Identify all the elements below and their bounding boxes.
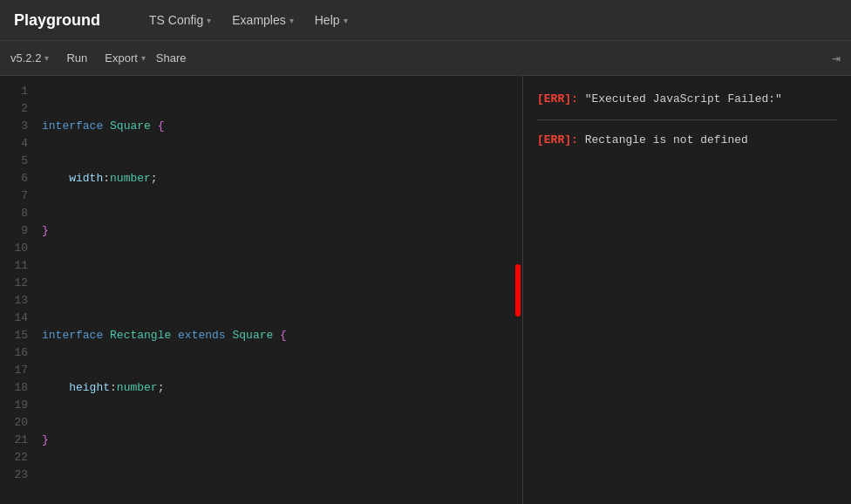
line-num: 7 xyxy=(7,187,28,205)
code-line-7: } xyxy=(42,432,522,449)
export-button[interactable]: Export ▾ xyxy=(105,51,146,65)
line-num: 15 xyxy=(7,327,28,344)
line-num: 14 xyxy=(7,310,28,327)
code-line-4 xyxy=(42,275,522,292)
line-num: 17 xyxy=(7,362,28,379)
line-num: 4 xyxy=(7,135,28,153)
app-title: Playground xyxy=(14,11,100,30)
help-menu[interactable]: Help ▾ xyxy=(315,13,348,27)
scrollbar-indicator[interactable] xyxy=(515,264,521,317)
expand-icon[interactable]: ⇥ xyxy=(832,50,841,67)
navbar: Playground TS Config ▾ Examples ▾ Help ▾ xyxy=(0,0,851,41)
line-num: 1 xyxy=(7,83,28,100)
version-chevron-icon: ▾ xyxy=(44,53,49,63)
help-label: Help xyxy=(315,13,340,27)
version-selector[interactable]: v5.2.2 ▾ xyxy=(10,51,49,65)
line-num: 10 xyxy=(7,240,28,257)
line-num: 2 xyxy=(7,100,28,118)
line-num: 19 xyxy=(7,397,28,414)
error-line-2: [ERR]: Rectangle is not defined xyxy=(537,131,837,150)
line-num: 13 xyxy=(7,292,28,310)
examples-menu[interactable]: Examples ▾ xyxy=(232,13,293,27)
code-line-2: width:number; xyxy=(42,170,522,187)
run-button[interactable]: Run xyxy=(59,48,94,68)
line-num: 8 xyxy=(7,205,28,222)
line-num: 6 xyxy=(7,170,28,187)
line-num: 20 xyxy=(7,414,28,432)
line-num: 5 xyxy=(7,153,28,170)
line-num: 21 xyxy=(7,432,28,449)
code-line-8 xyxy=(42,484,522,501)
export-label: Export xyxy=(105,51,138,65)
error-line-1: [ERR]: "Executed JavaScript Failed:" xyxy=(537,90,837,109)
line-num: 23 xyxy=(7,467,28,484)
editor-panel: 1 2 3 4 5 6 7 8 9 10 11 12 13 14 15 16 1… xyxy=(0,76,523,504)
toolbar: v5.2.2 ▾ Run Export ▾ Share ⇥ xyxy=(0,41,851,76)
tsconfig-menu[interactable]: TS Config ▾ xyxy=(149,13,211,27)
export-chevron-icon: ▾ xyxy=(141,53,146,63)
tsconfig-chevron-icon: ▾ xyxy=(207,16,211,25)
code-line-3: } xyxy=(42,222,522,240)
main-content: 1 2 3 4 5 6 7 8 9 10 11 12 13 14 15 16 1… xyxy=(0,76,851,504)
line-num: 22 xyxy=(7,449,28,467)
share-button[interactable]: Share xyxy=(156,51,187,65)
line-num: 11 xyxy=(7,257,28,275)
help-chevron-icon: ▾ xyxy=(344,16,348,25)
line-num: 12 xyxy=(7,275,28,292)
code-editor[interactable]: 1 2 3 4 5 6 7 8 9 10 11 12 13 14 15 16 1… xyxy=(0,76,522,504)
error-badge-1: [ERR]: xyxy=(537,92,578,106)
line-num: 9 xyxy=(7,222,28,240)
version-label: v5.2.2 xyxy=(10,51,41,65)
error-text-2: Rectangle is not defined xyxy=(585,133,748,146)
line-num: 3 xyxy=(7,118,28,135)
code-line-5: interface Rectangle extends Square { xyxy=(42,327,522,344)
error-divider xyxy=(537,119,837,120)
code-line-1: interface Square { xyxy=(42,118,522,135)
share-label: Share xyxy=(156,51,187,65)
output-panel: [ERR]: "Executed JavaScript Failed:" [ER… xyxy=(523,76,851,504)
code-content[interactable]: interface Square { width:number; } inter… xyxy=(35,76,522,504)
error-badge-2: [ERR]: xyxy=(537,133,578,146)
line-numbers: 1 2 3 4 5 6 7 8 9 10 11 12 13 14 15 16 1… xyxy=(0,76,35,504)
tsconfig-label: TS Config xyxy=(149,13,203,27)
line-num: 18 xyxy=(7,379,28,397)
examples-label: Examples xyxy=(232,13,285,27)
examples-chevron-icon: ▾ xyxy=(289,16,294,25)
code-line-6: height:number; xyxy=(42,379,522,397)
line-num: 16 xyxy=(7,344,28,362)
error-text-1: "Executed JavaScript Failed:" xyxy=(585,92,782,106)
